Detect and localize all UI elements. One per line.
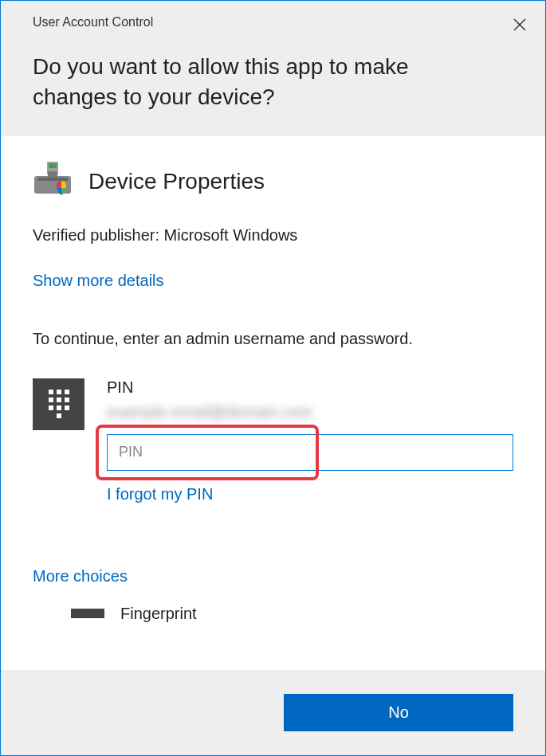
main-question: Do you want to allow this app to make ch…	[33, 52, 529, 112]
account-email-blurred: example.email@domain.com	[107, 403, 513, 421]
svg-rect-5	[37, 178, 68, 181]
pin-label: PIN	[107, 378, 513, 397]
uac-dialog: User Account Control Do you want to allo…	[0, 0, 546, 756]
fingerprint-option[interactable]: Fingerprint	[71, 605, 513, 623]
close-icon	[513, 18, 526, 31]
show-more-details-link[interactable]: Show more details	[33, 272, 164, 290]
auth-row: PIN example.email@domain.com I forgot my…	[33, 378, 513, 503]
close-button[interactable]	[509, 14, 531, 36]
publisher-line: Verified publisher: Microsoft Windows	[33, 226, 513, 245]
no-button[interactable]: No	[284, 694, 513, 731]
pin-input-wrapper	[107, 434, 513, 471]
dialog-footer: No	[1, 670, 545, 755]
pin-input[interactable]	[107, 434, 513, 471]
title-bar-text: User Account Control	[33, 15, 529, 29]
more-choices-link[interactable]: More choices	[33, 567, 128, 586]
app-name: Device Properties	[88, 169, 265, 194]
fingerprint-label: Fingerprint	[120, 605, 197, 623]
app-row: Device Properties	[33, 160, 513, 204]
svg-rect-6	[48, 171, 57, 178]
continue-instruction: To continue, enter an admin username and…	[33, 330, 513, 348]
svg-rect-3	[49, 163, 57, 168]
forgot-pin-link[interactable]: I forgot my PIN	[107, 485, 213, 503]
fingerprint-icon	[71, 609, 104, 618]
app-icon	[33, 160, 73, 204]
dialog-body: Device Properties Verified publisher: Mi…	[1, 136, 545, 670]
auth-details: PIN example.email@domain.com I forgot my…	[107, 378, 513, 503]
pin-pad-icon	[33, 378, 84, 430]
dialog-header: User Account Control Do you want to allo…	[1, 1, 545, 136]
